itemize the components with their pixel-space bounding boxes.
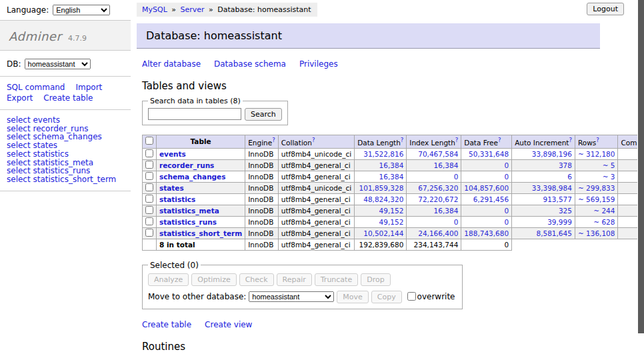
vertical-scrollbar[interactable] bbox=[637, 0, 644, 362]
index-length-link[interactable]: 72,220,672 bbox=[418, 195, 458, 203]
sidebar-select-link[interactable]: select statistics_short_term bbox=[7, 175, 131, 184]
scrollbar-thumb[interactable] bbox=[638, 0, 644, 333]
auto-increment-link[interactable]: 325 bbox=[559, 207, 572, 215]
analyze-button[interactable]: Analyze bbox=[148, 273, 189, 286]
column-help-link[interactable]: ? bbox=[401, 137, 404, 143]
sidebar-action-link[interactable]: Export bbox=[7, 93, 33, 103]
index-length-link[interactable]: 24,166,400 bbox=[418, 229, 458, 237]
rows-count-link[interactable]: ~ 5 bbox=[603, 161, 615, 169]
data-free-link[interactable]: 0 bbox=[504, 218, 509, 226]
row-checkbox[interactable] bbox=[145, 229, 153, 237]
table-name-link[interactable]: statistics_short_term bbox=[159, 229, 242, 237]
data-length-link[interactable]: 16,384 bbox=[379, 173, 404, 181]
table-name-link[interactable]: recorder_runs bbox=[159, 161, 214, 169]
sidebar-action-link[interactable]: Create table bbox=[43, 93, 93, 103]
rows-count-link[interactable]: ~ 312,180 bbox=[578, 150, 615, 158]
index-length-link[interactable]: 67,256,320 bbox=[418, 184, 458, 192]
column-help[interactable]: ? bbox=[272, 137, 275, 143]
sidebar-select-link[interactable]: select events bbox=[7, 116, 131, 125]
rows-count-link[interactable]: ~ 244 bbox=[593, 207, 615, 215]
db-action-link[interactable]: Alter database bbox=[142, 59, 201, 69]
data-free-link[interactable]: 50,331,648 bbox=[469, 150, 509, 158]
repair-button[interactable]: Repair bbox=[277, 273, 312, 286]
data-free-link[interactable]: 0 bbox=[504, 173, 509, 181]
table-name-link[interactable]: events bbox=[159, 150, 186, 158]
row-checkbox[interactable] bbox=[145, 217, 153, 225]
data-length-link[interactable]: 49,152 bbox=[379, 218, 404, 226]
overwrite-checkbox[interactable] bbox=[407, 292, 416, 301]
rows-count-link[interactable]: ~ 628 bbox=[593, 218, 615, 226]
search-button[interactable]: Search bbox=[245, 108, 282, 121]
data-length-link[interactable]: 10,502,144 bbox=[363, 229, 403, 237]
copy-button[interactable]: Copy bbox=[371, 291, 402, 303]
auto-increment-link[interactable]: 378 bbox=[559, 161, 572, 169]
data-length-link[interactable]: 31,522,816 bbox=[363, 150, 403, 158]
create-link[interactable]: Create table bbox=[142, 320, 191, 329]
index-length-link[interactable]: 0 bbox=[454, 173, 459, 181]
db-select[interactable]: homeassistant bbox=[25, 59, 91, 69]
auto-increment-link[interactable]: 913,577 bbox=[543, 195, 572, 203]
sidebar-action-link[interactable]: SQL command bbox=[7, 83, 65, 92]
index-length-link[interactable]: 16,384 bbox=[434, 207, 459, 215]
column-help-link[interactable]: ? bbox=[455, 137, 459, 143]
move-button[interactable]: Move bbox=[337, 291, 369, 303]
column-help-link[interactable]: ? bbox=[312, 137, 315, 143]
logout-button[interactable]: Logout bbox=[587, 3, 624, 15]
table-name-link[interactable]: statistics_meta bbox=[159, 207, 219, 215]
breadcrumb-link[interactable]: MySQL bbox=[142, 5, 167, 14]
index-length-link[interactable]: 0 bbox=[454, 218, 459, 226]
index-length-link[interactable]: 70,467,584 bbox=[418, 150, 458, 158]
check-button[interactable]: Check bbox=[239, 273, 274, 286]
row-checkbox[interactable] bbox=[145, 195, 153, 203]
data-length-link[interactable]: 16,384 bbox=[379, 161, 404, 169]
column-help[interactable]: ? bbox=[569, 137, 572, 143]
index-length-link[interactable]: 16,384 bbox=[434, 161, 459, 169]
auto-increment-link[interactable]: 33,898,196 bbox=[532, 150, 572, 158]
data-free-link[interactable]: 188,743,680 bbox=[464, 229, 509, 237]
language-select[interactable]: English bbox=[53, 5, 110, 15]
search-input[interactable] bbox=[148, 108, 241, 120]
create-link[interactable]: Create view bbox=[205, 320, 252, 329]
column-help[interactable]: ? bbox=[312, 137, 315, 143]
table-name-link[interactable]: states bbox=[159, 184, 184, 192]
data-free-link[interactable]: 0 bbox=[504, 161, 509, 169]
row-checkbox[interactable] bbox=[145, 172, 153, 180]
sidebar-select-link[interactable]: select states bbox=[7, 141, 131, 150]
select-all-checkbox[interactable] bbox=[145, 137, 153, 145]
breadcrumb-link[interactable]: Server bbox=[181, 5, 205, 14]
table-name-link[interactable]: statistics_runs bbox=[159, 218, 217, 226]
data-length-link[interactable]: 49,152 bbox=[379, 207, 404, 215]
overwrite-option[interactable]: overwrite bbox=[407, 292, 455, 301]
table-name-link[interactable]: statistics bbox=[159, 195, 195, 203]
rows-count-link[interactable]: ~ 569,159 bbox=[578, 195, 615, 203]
auto-increment-link[interactable]: 8,581,645 bbox=[536, 229, 571, 237]
auto-increment-link[interactable]: 33,398,984 bbox=[532, 184, 572, 192]
move-db-select[interactable]: homeassistant bbox=[249, 291, 334, 302]
data-free-link[interactable]: 104,857,600 bbox=[464, 184, 509, 192]
rows-count-link[interactable]: ~ 299,833 bbox=[578, 184, 615, 192]
row-checkbox[interactable] bbox=[145, 206, 153, 214]
column-help-link[interactable]: ? bbox=[569, 137, 572, 143]
column-help[interactable]: ? bbox=[596, 137, 599, 143]
data-free-link[interactable]: 0 bbox=[504, 207, 509, 215]
auto-increment-link[interactable]: 6 bbox=[567, 173, 572, 181]
row-checkbox[interactable] bbox=[145, 183, 153, 191]
data-length-link[interactable]: 48,824,320 bbox=[363, 195, 403, 203]
column-help-link[interactable]: ? bbox=[596, 137, 599, 143]
rows-count-link[interactable]: ~ 136,108 bbox=[578, 229, 615, 237]
drop-button[interactable]: Drop bbox=[361, 273, 390, 286]
sidebar-select-link[interactable]: select statistics bbox=[7, 150, 131, 159]
sidebar-action-link[interactable]: Import bbox=[75, 83, 102, 92]
truncate-button[interactable]: Truncate bbox=[315, 273, 358, 286]
column-help[interactable]: ? bbox=[498, 137, 501, 143]
row-checkbox[interactable] bbox=[145, 161, 153, 169]
row-checkbox[interactable] bbox=[145, 149, 153, 157]
column-help[interactable]: ? bbox=[455, 137, 459, 143]
column-help[interactable]: ? bbox=[401, 137, 404, 143]
data-length-link[interactable]: 101,859,328 bbox=[359, 184, 404, 192]
db-action-link[interactable]: Privileges bbox=[299, 59, 338, 69]
data-free-link[interactable]: 6,291,456 bbox=[473, 195, 509, 203]
optimize-button[interactable]: Optimize bbox=[191, 273, 236, 286]
rows-count-link[interactable]: ~ 3 bbox=[603, 173, 615, 181]
column-help-link[interactable]: ? bbox=[498, 137, 501, 143]
